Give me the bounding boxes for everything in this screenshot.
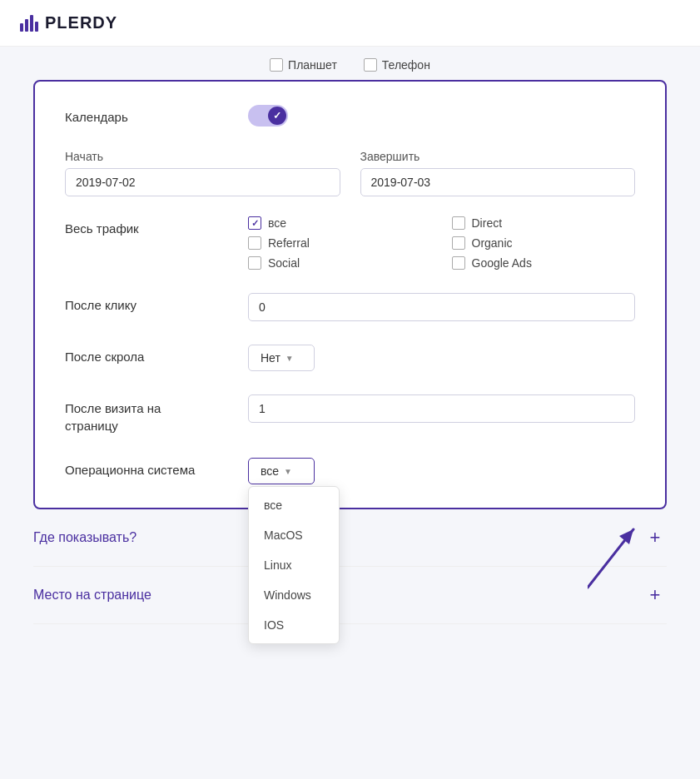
traffic-direct[interactable]: Direct <box>452 216 636 230</box>
bar2 <box>25 19 28 32</box>
place-plus-button[interactable]: + <box>643 583 667 607</box>
traffic-organic[interactable]: Organic <box>452 236 636 250</box>
bar4 <box>35 22 38 32</box>
start-date-input[interactable] <box>65 168 340 196</box>
where-label: Где показывать? <box>33 530 137 545</box>
traffic-checks: все Direct Referral Organic <box>248 216 635 270</box>
header: PLERDY <box>0 0 700 47</box>
after-click-label: После клику <box>65 293 248 312</box>
end-date-group: Завершить <box>360 150 636 196</box>
os-option-all[interactable]: все <box>249 490 339 520</box>
os-option-macos[interactable]: MacOS <box>249 520 339 550</box>
calendar-toggle[interactable] <box>248 105 288 127</box>
traffic-referral[interactable]: Referral <box>248 236 432 250</box>
traffic-direct-label: Direct <box>472 216 503 230</box>
traffic-social[interactable]: Social <box>248 256 432 270</box>
chevron-down-icon: ▼ <box>285 354 294 363</box>
os-select-container: все ▼ все MacOS Linux Windows IOS <box>248 458 635 484</box>
bar3 <box>30 15 33 32</box>
device-row: Планшет Телефон <box>0 47 700 80</box>
logo-icon <box>20 15 38 32</box>
traffic-referral-label: Referral <box>268 236 310 250</box>
os-select-button[interactable]: все ▼ <box>248 458 315 484</box>
calendar-row: Календарь <box>65 105 635 127</box>
date-row: Начать Завершить <box>65 150 635 196</box>
logo: PLERDY <box>20 13 117 32</box>
after-visit-input[interactable] <box>248 394 635 423</box>
after-click-input[interactable] <box>248 293 635 321</box>
traffic-social-checkbox[interactable] <box>248 256 261 270</box>
phone-option[interactable]: Телефон <box>364 58 430 72</box>
where-section: Где показывать? + <box>33 509 667 567</box>
tablet-label: Планшет <box>288 58 337 72</box>
os-dropdown: все MacOS Linux Windows IOS <box>248 486 340 644</box>
where-plus-button[interactable]: + <box>643 526 667 549</box>
traffic-direct-checkbox[interactable] <box>452 216 465 230</box>
after-visit-control <box>248 394 635 423</box>
after-scroll-select[interactable]: Нет ▼ <box>248 345 315 371</box>
calendar-control <box>248 105 635 127</box>
tablet-checkbox[interactable] <box>270 58 283 72</box>
start-label: Начать <box>65 150 340 163</box>
start-date-group: Начать <box>65 150 340 196</box>
logo-text: PLERDY <box>45 13 117 32</box>
traffic-label: Весь трафик <box>65 216 248 236</box>
traffic-all-label: все <box>268 216 286 230</box>
toggle-knob <box>268 107 286 125</box>
after-scroll-value: Нет <box>261 351 280 365</box>
end-label: Завершить <box>360 150 636 163</box>
os-control: все ▼ все MacOS Linux Windows IOS <box>248 458 635 484</box>
phone-checkbox[interactable] <box>364 58 377 72</box>
place-label: Место на странице <box>33 588 151 603</box>
os-select-value: все <box>261 464 279 478</box>
end-date-input[interactable] <box>360 168 636 196</box>
traffic-organic-label: Organic <box>472 236 513 250</box>
os-option-windows[interactable]: Windows <box>249 580 339 610</box>
traffic-all[interactable]: все <box>248 216 432 230</box>
phone-label: Телефон <box>382 58 430 72</box>
traffic-all-checkbox[interactable] <box>248 216 261 230</box>
place-section: Место на странице + <box>33 567 667 624</box>
calendar-label: Календарь <box>65 105 248 124</box>
traffic-referral-checkbox[interactable] <box>248 236 261 250</box>
after-visit-row: После визита на страницу <box>65 394 635 434</box>
os-option-ios[interactable]: IOS <box>249 610 339 640</box>
os-row: Операционна система все ▼ все MacOS Linu… <box>65 458 635 484</box>
after-scroll-label: После скрола <box>65 345 248 364</box>
toggle-container <box>248 105 635 127</box>
after-scroll-row: После скрола Нет ▼ <box>65 345 635 371</box>
traffic-googleads[interactable]: Google Ads <box>452 256 636 270</box>
traffic-googleads-label: Google Ads <box>472 256 532 270</box>
after-scroll-control: Нет ▼ <box>248 345 635 371</box>
after-click-row: После клику <box>65 293 635 321</box>
traffic-social-label: Social <box>268 256 300 270</box>
tablet-option[interactable]: Планшет <box>270 58 337 72</box>
traffic-organic-checkbox[interactable] <box>452 236 465 250</box>
traffic-googleads-checkbox[interactable] <box>452 256 465 270</box>
after-click-control <box>248 293 635 321</box>
chevron-down-icon: ▼ <box>284 467 292 476</box>
main-card: Календарь Начать Завершить Весь трафик <box>33 80 667 509</box>
after-visit-label: После визита на страницу <box>65 394 248 434</box>
os-option-linux[interactable]: Linux <box>249 550 339 580</box>
traffic-row: Весь трафик все Direct Referral <box>65 216 635 270</box>
traffic-control: все Direct Referral Organic <box>248 216 635 270</box>
bar1 <box>20 23 23 32</box>
os-label: Операционна система <box>65 458 248 477</box>
